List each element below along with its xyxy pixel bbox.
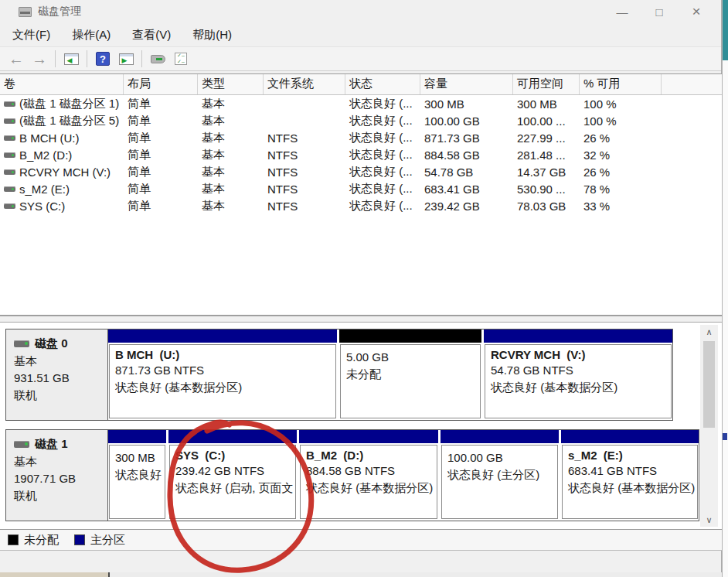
partition-body: 100.00 GB状态良好 (主分区): [441, 445, 558, 519]
partition-line: 683.41 GB NTFS: [568, 463, 697, 479]
volume-cell-text: (磁盘 1 磁盘分区 5): [19, 114, 119, 128]
volume-cell: RCVRY MCH (V:): [0, 166, 124, 179]
column-header-0[interactable]: 卷: [0, 74, 124, 94]
volume-row[interactable]: (磁盘 1 磁盘分区 5)简单基本状态良好 (...100.00 GB100.0…: [0, 112, 722, 129]
volume-row[interactable]: (磁盘 1 磁盘分区 1)简单基本状态良好 (...300 MB300 MB10…: [0, 95, 722, 112]
disk-1-partition-4[interactable]: s_M2 (E:)683.41 GB NTFS状态良好 (基本数据分区): [561, 430, 699, 521]
menu-item-3[interactable]: 帮助(H): [185, 25, 240, 46]
volume-cell: 26 %: [580, 131, 662, 145]
disk-1-label[interactable]: 磁盘 1基本1907.71 GB联机: [6, 430, 108, 521]
column-header-3[interactable]: 文件系统: [264, 74, 345, 94]
volume-cell: 100.00 GB: [420, 114, 513, 128]
column-header-7[interactable]: % 可用: [580, 74, 662, 94]
find-button[interactable]: [146, 49, 169, 69]
partition-body: RCVRY MCH (V:)54.78 GB NTFS状态良好 (基本数据分区): [485, 344, 672, 418]
volume-cell-text: 530.90 ...: [517, 183, 566, 196]
volume-row[interactable]: SYS (C:)简单基本NTFS状态良好 (...239.42 GB78.03 …: [0, 197, 722, 214]
disk-1-row: 磁盘 1基本1907.71 GB联机300 MB状态良好SYS (C:)239.…: [5, 429, 699, 521]
volume-cell-text: 状态良好 (...: [349, 131, 413, 145]
volume-cell: 简单: [124, 165, 198, 179]
disk-1-partition-0[interactable]: 300 MB状态良好: [108, 430, 166, 521]
volume-row[interactable]: RCVRY MCH (V:)简单基本NTFS状态良好 (...54.78 GB1…: [0, 163, 722, 180]
partition-line: 状态良好 (基本数据分区): [115, 380, 335, 395]
background-blue-fragment: [723, 433, 727, 440]
volume-cell-text: RCVRY MCH (V:): [19, 166, 111, 179]
column-header-1[interactable]: 布局: [124, 74, 198, 94]
primary-band: [108, 329, 337, 343]
disk-type: 基本: [14, 353, 107, 369]
toolbar-separator: [87, 50, 87, 67]
column-header-2[interactable]: 类型: [198, 74, 264, 94]
volume-cell-text: 状态良好 (...: [349, 165, 413, 179]
close-button[interactable]: ×: [678, 0, 715, 23]
menu-item-2[interactable]: 查看(V): [124, 25, 179, 46]
disk-1-partition-1[interactable]: SYS (C:)239.42 GB NTFS状态良好 (启动, 页面文: [168, 430, 297, 521]
help-button[interactable]: [91, 49, 114, 69]
volume-cell: 基本: [198, 131, 264, 145]
column-header-4[interactable]: 状态: [345, 74, 420, 94]
volume-cell: (磁盘 1 磁盘分区 5): [0, 114, 124, 128]
forward-button[interactable]: [28, 49, 51, 69]
partition-line: 状态良好: [115, 467, 165, 483]
volume-cell: 26 %: [580, 166, 662, 179]
column-header-6[interactable]: 可用空间: [513, 74, 580, 94]
background-screen-edge: [722, 0, 728, 577]
disk-0-partition-2[interactable]: RCVRY MCH (V:)54.78 GB NTFS状态良好 (基本数据分区): [484, 329, 672, 420]
volume-cell-text: 227.99 ...: [517, 131, 566, 145]
volume-cell: 100 %: [580, 97, 662, 111]
volume-cell-text: 33 %: [583, 200, 610, 213]
volume-cell-text: 状态良好 (...: [349, 114, 413, 128]
partition-line: 239.42 GB NTFS: [175, 463, 295, 479]
volume-row[interactable]: B_M2 (D:)简单基本NTFS状态良好 (...884.58 GB281.4…: [0, 146, 722, 163]
volume-cell: 281.48 ...: [513, 149, 580, 162]
volume-cell: NTFS: [264, 149, 345, 162]
volume-cell-text: 884.58 GB: [424, 149, 480, 162]
volume-cell: 状态良好 (...: [345, 165, 420, 179]
checklist-button[interactable]: [169, 49, 192, 69]
legend-item-primary: 主分区: [74, 533, 125, 548]
partition-body: 300 MB状态良好: [109, 445, 165, 519]
scroll-down-icon[interactable]: ∨: [700, 513, 718, 527]
column-header-5[interactable]: 容量: [420, 74, 513, 94]
disk-size: 1907.71 GB: [14, 471, 107, 487]
menu-item-1[interactable]: 操作(A): [64, 25, 118, 46]
volume-cell-text: NTFS: [267, 149, 298, 162]
volume-row[interactable]: s_M2 (E:)简单基本NTFS状态良好 (...683.41 GB530.9…: [0, 180, 722, 197]
back-button[interactable]: [5, 49, 28, 69]
scrollbar-thumb[interactable]: [703, 341, 715, 428]
scroll-up-icon[interactable]: ∧: [700, 325, 718, 339]
volume-cell-text: 32 %: [583, 149, 610, 162]
console-tree-button[interactable]: [60, 49, 83, 69]
disk-0-partition-1[interactable]: 5.00 GB未分配: [339, 329, 481, 420]
partition-line: 884.58 GB NTFS: [306, 463, 437, 479]
action-pane-button[interactable]: [114, 49, 138, 69]
disk-1-partition-2[interactable]: B_M2 (D:)884.58 GB NTFS状态良好 (基本数据分区): [299, 430, 438, 521]
partition-line: 100.00 GB: [447, 450, 557, 466]
disk-name: 磁盘 1: [35, 437, 68, 452]
volume-cell-text: 状态良好 (...: [349, 148, 413, 162]
volume-cell-text: 简单: [128, 97, 151, 111]
volume-cell-text: 简单: [128, 131, 151, 145]
volume-cell-text: 100 %: [583, 114, 617, 128]
pane-splitter[interactable]: [0, 316, 722, 323]
disk-0-label[interactable]: 磁盘 0基本931.51 GB联机: [6, 329, 108, 420]
volume-row[interactable]: B MCH (U:)简单基本NTFS状态良好 (...871.73 GB227.…: [0, 129, 722, 146]
minimize-button[interactable]: —: [604, 0, 641, 23]
maximize-button[interactable]: □: [641, 0, 678, 23]
vertical-scrollbar[interactable]: ∧ ∨: [700, 325, 718, 527]
partition-line: 未分配: [346, 367, 480, 382]
disk-graph-pane: 磁盘 0基本931.51 GB联机B MCH (U:)871.73 GB NTF…: [0, 323, 722, 530]
menu-item-0[interactable]: 文件(F): [5, 25, 58, 46]
volume-cell: 基本: [198, 165, 264, 179]
volume-cell: NTFS: [264, 166, 345, 179]
disk-1-partition-3[interactable]: 100.00 GB状态良好 (主分区): [441, 430, 559, 521]
volume-cell-text: 状态良好 (...: [349, 182, 413, 196]
partition-body: B_M2 (D:)884.58 GB NTFS状态良好 (基本数据分区): [300, 445, 437, 519]
volume-cell: NTFS: [264, 183, 345, 196]
disk-0-partition-0[interactable]: B MCH (U:)871.73 GB NTFS状态良好 (基本数据分区): [108, 329, 337, 420]
volume-cell-text: 871.73 GB: [424, 131, 480, 145]
volume-cell: 状态良好 (...: [345, 97, 420, 111]
volume-cell: 100.00 ...: [513, 114, 580, 128]
volume-cell: (磁盘 1 磁盘分区 1): [0, 97, 124, 111]
volume-cell: B_M2 (D:): [0, 149, 124, 162]
